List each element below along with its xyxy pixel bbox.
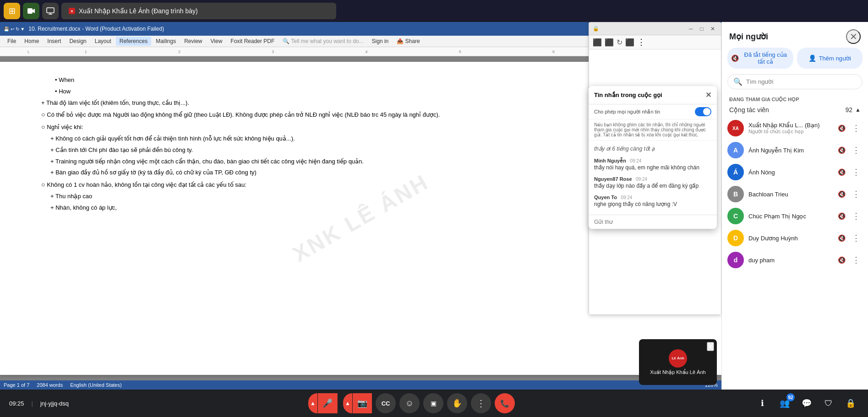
present-icon[interactable] <box>42 3 59 19</box>
menu-foxit[interactable]: Foxit Reader PDF <box>227 37 278 46</box>
section-label-text: ĐANG THAM GIA CUỘC HỌP <box>729 97 799 103</box>
call-time: 09:25 <box>9 400 24 407</box>
participant-more-btn-5[interactable]: ⋮ <box>850 232 863 244</box>
video-pip-mute-btn[interactable]: ✕ <box>707 342 714 351</box>
browser-controls: ─ □ ✕ <box>686 24 717 33</box>
window-title-bar[interactable]: X Xuất Nhập Khẩu Lê Ánh (Đang trình bày) <box>61 3 336 19</box>
participant-item-5[interactable]: D Duy Dương Huỳnh 🔇 ⋮ <box>722 227 868 249</box>
chat-input[interactable] <box>594 219 711 225</box>
add-people-btn[interactable]: 👤 Thêm người <box>797 48 863 69</box>
browser-forward[interactable]: ⬛ <box>605 38 614 47</box>
participant-mic-btn-5[interactable]: 🔇 <box>835 232 848 244</box>
participant-item-6[interactable]: d duy pham 🔇 ⋮ <box>722 249 868 271</box>
chat-msg-3: Quyen To 09:24 nghe giọng thầy có năng l… <box>594 193 711 207</box>
mic-chevron-btn[interactable]: ▲ <box>308 393 317 413</box>
participant-more-btn-3[interactable]: ⋮ <box>850 188 863 200</box>
raise-hand-btn[interactable]: ✋ <box>447 393 467 413</box>
section-chevron-up[interactable]: ▲ <box>855 107 861 113</box>
menu-design[interactable]: Design <box>66 37 90 46</box>
participant-controls-3: 🔇 ⋮ <box>835 188 863 200</box>
call-bar-left: 09:25 | jnj-yjjq-dsq <box>9 400 69 407</box>
chat-close-btn[interactable]: ✕ <box>705 91 711 99</box>
menu-view[interactable]: View <box>207 37 226 46</box>
participant-mic-btn-3[interactable]: 🔇 <box>835 188 848 200</box>
participant-more-btn-6[interactable]: ⋮ <box>850 254 863 266</box>
word-statusbar: Page 1 of 7 2084 words English (United S… <box>0 380 721 390</box>
browser-close[interactable]: ✕ <box>708 24 717 33</box>
browser-home[interactable]: ⬛ <box>625 38 634 47</box>
avatar-5: D <box>727 230 744 246</box>
word-word-count: 2084 words <box>37 382 63 388</box>
menu-mailings[interactable]: Mailings <box>152 37 180 46</box>
chat-allow-row: Cho phép mọi người nhắn tin <box>589 104 717 119</box>
participant-mic-btn-6[interactable]: 🔇 <box>835 254 848 266</box>
participant-name-4: Chúc Phạm Thị Ngọc <box>748 213 830 220</box>
emoji-btn[interactable]: ☺ <box>399 393 420 413</box>
word-page-count: Page 1 of 7 <box>4 382 29 388</box>
participant-name-2: Ánh Nóng <box>748 169 830 176</box>
avatar-1: A <box>727 142 744 158</box>
windows-icon[interactable]: ⊞ <box>4 3 20 19</box>
call-code: jnj-yjjq-dsq <box>40 400 69 407</box>
lock-btn[interactable]: 🔒 <box>842 395 859 412</box>
participant-info-1: Ánh Nguyễn Thị Kim <box>748 147 830 154</box>
participant-info-0: Xuất Nhập Khẩu L... (Bạn) Người tổ chức … <box>748 122 830 135</box>
cam-chevron-btn[interactable]: ▲ <box>343 393 352 413</box>
activities-btn[interactable]: 🛡 <box>820 395 837 412</box>
participant-item-2[interactable]: Á Ánh Nóng 🔇 ⋮ <box>722 161 868 183</box>
menu-share[interactable]: 📤 Share <box>393 37 423 46</box>
browser-reload[interactable]: ↻ <box>617 38 622 47</box>
participant-mic-btn-0[interactable]: 🔇 <box>835 122 848 135</box>
chat-msg-1: Minh Nguyễn 09:24 thầy nói hay quá, em n… <box>594 156 711 171</box>
chat-input-row <box>589 215 717 229</box>
more-options-btn[interactable]: ⋮ <box>471 393 491 413</box>
participant-mic-btn-2[interactable]: 🔇 <box>835 166 848 179</box>
info-btn[interactable]: ℹ <box>754 395 771 412</box>
menu-review[interactable]: Review <box>180 37 206 46</box>
chat-btn[interactable]: 💬 <box>798 395 815 412</box>
menu-file[interactable]: File <box>4 37 20 46</box>
search-input[interactable] <box>746 78 857 85</box>
top-taskbar: ⊞ X Xuất Nhập Khẩu Lê Ánh (Đang trình bà… <box>0 0 868 22</box>
chat-allow-toggle[interactable] <box>695 107 711 116</box>
participant-item-1[interactable]: A Ánh Nguyễn Thị Kim 🔇 ⋮ <box>722 139 868 161</box>
participant-more-btn-4[interactable]: ⋮ <box>850 210 863 222</box>
participant-mic-btn-1[interactable]: 🔇 <box>835 144 848 157</box>
mic-toggle-btn[interactable]: 🎤 <box>318 393 337 413</box>
participant-controls-4: 🔇 ⋮ <box>835 210 863 222</box>
menu-signin[interactable]: Sign in <box>368 37 393 46</box>
present-btn[interactable]: ▣ <box>423 393 443 413</box>
meet-icon[interactable] <box>23 3 39 19</box>
participant-more-btn-1[interactable]: ⋮ <box>850 144 863 157</box>
participant-item-0[interactable]: XA Xuất Nhập Khẩu L... (Bạn) Người tổ ch… <box>722 117 868 139</box>
chat-messages: thầy ơi 6 tiếng càng tốt ạ Minh Nguyễn 0… <box>589 141 717 215</box>
participant-more-btn-0[interactable]: ⋮ <box>850 122 863 135</box>
menu-references[interactable]: References <box>116 37 151 46</box>
end-call-btn[interactable]: 📞 <box>495 393 515 413</box>
menu-layout[interactable]: Layout <box>91 37 115 46</box>
mute-all-btn[interactable]: 🔇 Đã tắt tiếng của tất cả <box>727 48 793 69</box>
participant-name-3: Bachloan Trieu <box>748 191 830 198</box>
menu-tellme[interactable]: 🔍 Tell me what you want to do... <box>279 37 367 46</box>
menu-home[interactable]: Home <box>21 37 43 46</box>
svg-rect-0 <box>27 8 33 14</box>
browser-maximize[interactable]: □ <box>697 24 706 33</box>
cam-btn-group: ▲ 📷 <box>343 393 372 413</box>
participant-mic-btn-4[interactable]: 🔇 <box>835 210 848 222</box>
participant-item-3[interactable]: B Bachloan Trieu 🔇 ⋮ <box>722 183 868 205</box>
participant-name-5: Duy Dương Huỳnh <box>748 235 830 242</box>
participant-more-btn-2[interactable]: ⋮ <box>850 166 863 179</box>
panel-close-btn[interactable]: ✕ <box>846 29 861 44</box>
menu-insert[interactable]: Insert <box>44 37 65 46</box>
cam-toggle-btn[interactable]: 📷 <box>353 393 372 413</box>
participant-count: 92 <box>846 106 853 114</box>
browser-minimize[interactable]: ─ <box>686 24 695 33</box>
video-pip-name: Xuất Nhập Khẩu Lê Ánh <box>650 369 705 375</box>
browser-back[interactable]: ⬛ <box>593 38 602 47</box>
browser-more[interactable]: ⋮ <box>637 37 645 47</box>
participant-item-4[interactable]: C Chúc Phạm Thị Ngọc 🔇 ⋮ <box>722 205 868 227</box>
call-bar: 09:25 | jnj-yjjq-dsq ▲ 🎤 ▲ 📷 CC ☺ ▣ ✋ ⋮ … <box>0 390 868 417</box>
captions-btn[interactable]: CC <box>376 393 396 413</box>
participant-info-3: Bachloan Trieu <box>748 191 830 198</box>
add-people-icon: 👤 <box>808 54 816 62</box>
